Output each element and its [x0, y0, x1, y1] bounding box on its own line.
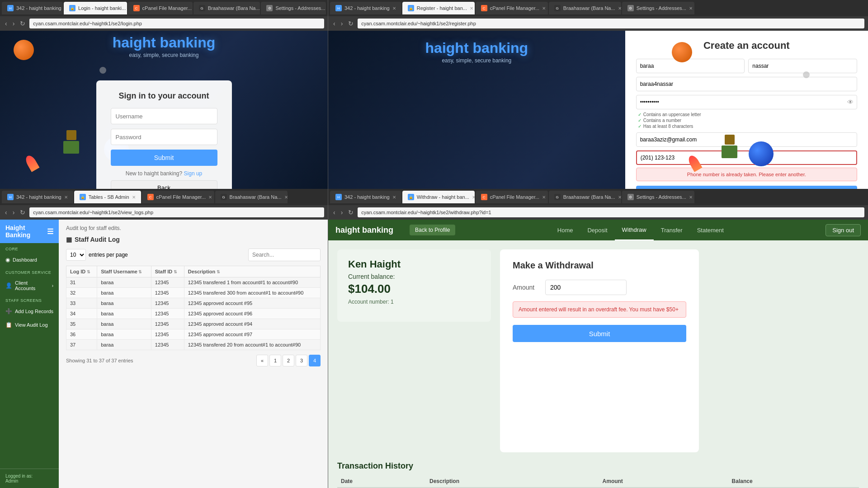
sidebar-item-add-log[interactable]: ➕ Add Log Records [0, 305, 59, 318]
page-prev[interactable]: « [256, 355, 268, 366]
audit-description: Audit log for staff edits. [66, 225, 321, 231]
col-staff-id[interactable]: Staff ID [151, 266, 184, 277]
address-input-bl[interactable]: cyan.csam.montclair.edu/~haightk1/se2/vi… [29, 207, 324, 217]
tab-close-bl1[interactable]: ✕ [64, 195, 68, 200]
refresh-btn-r[interactable]: ↻ [347, 20, 355, 27]
col-log-id[interactable]: Log ID [66, 266, 97, 277]
tab-close-br5[interactable]: ✕ [689, 195, 693, 200]
tab-close-br4[interactable]: ✕ [618, 195, 621, 200]
tab-label-br1: 342 - haight banking [344, 194, 390, 200]
tab-github-r[interactable]: G Braahaswar (Bara Na... ✕ [549, 2, 621, 14]
forward-btn-r[interactable]: › [340, 20, 344, 27]
back-btn-bl[interactable]: ‹ [4, 209, 9, 216]
email-input-reg[interactable] [636, 132, 857, 147]
tab-login[interactable]: 🔒 Login - haight banki... ✕ [64, 2, 127, 14]
page-4[interactable]: 4 [309, 355, 321, 366]
address-input-br[interactable]: cyan.csam.montclair.edu/~haightk1/se2/wi… [358, 207, 864, 217]
sidebar-item-dashboard-label: Dashboard [13, 257, 37, 263]
page-1[interactable]: 1 [269, 355, 281, 366]
back-btn[interactable]: Back [111, 180, 217, 189]
tab-close-r4[interactable]: ✕ [618, 6, 621, 11]
tab-close-r3[interactable]: ✕ [542, 6, 546, 11]
sign-out-btn[interactable]: Sign out [826, 224, 861, 236]
register-submit-btn[interactable]: Submit [636, 186, 857, 189]
tab-cpanel-1[interactable]: C cPanel File Manager... ✕ [128, 2, 193, 14]
nav-deposit[interactable]: Deposit [580, 220, 614, 240]
nav-home[interactable]: Home [550, 220, 580, 240]
tab-favicon-br2: 🔒 [408, 194, 414, 200]
username-input-reg[interactable] [636, 77, 857, 91]
phone-input-reg[interactable] [636, 150, 857, 165]
cell-log-id: 36 [66, 329, 97, 340]
tab-342-haight-r[interactable]: H 342 - haight banking ✕ [330, 2, 401, 14]
col-staff-username[interactable]: Staff Username [97, 266, 151, 277]
back-btn-r[interactable]: ‹ [332, 20, 337, 27]
refresh-btn-1[interactable]: ↻ [19, 20, 27, 27]
forward-btn-1[interactable]: › [11, 20, 16, 27]
password-input-reg[interactable] [636, 95, 857, 109]
tab-cpanel-r2[interactable]: C cPanel File Manager... ✕ [476, 2, 548, 14]
tab-br-github[interactable]: G Braahaswar (Bara Na... ✕ [549, 191, 621, 203]
tab-settings-1[interactable]: ⚙ Settings - Addresses... ✕ [261, 2, 326, 14]
check-length: ✓ [638, 124, 642, 129]
signup-link[interactable]: Sign up [184, 170, 203, 177]
check-uppercase: ✓ [638, 112, 642, 117]
tab-close-br2[interactable]: ✕ [472, 195, 475, 200]
table-search-input[interactable] [248, 249, 321, 261]
tab-close-bl4[interactable]: ✕ [284, 195, 288, 200]
back-to-profile-btn[interactable]: Back to Profile [410, 225, 455, 235]
amount-input[interactable] [545, 280, 627, 295]
register-page: haight banking easy, simple, secure bank… [328, 31, 868, 189]
login-submit-btn[interactable]: Submit [111, 150, 217, 166]
sidebar-hamburger-icon[interactable]: ☰ [47, 227, 53, 236]
refresh-btn-br[interactable]: ↻ [347, 209, 355, 216]
tab-label-r2: Register - haight ban... [417, 5, 467, 11]
tab-settings-r[interactable]: ⚙ Settings - Addresses... ✕ [622, 2, 694, 14]
haight-tagline-left: easy, simple, secure banking [0, 52, 328, 58]
tab-bl-tables[interactable]: 🔒 Tables - SB Admin ✕ [74, 191, 141, 203]
tab-br-1[interactable]: H 342 - haight banking ✕ [330, 191, 401, 203]
first-name-input[interactable] [636, 59, 745, 73]
sidebar-item-view-audit[interactable]: 📋 View Audit Log [0, 318, 59, 332]
amount-row: Amount [513, 280, 686, 295]
forward-btn-br[interactable]: › [340, 209, 344, 216]
tab-bl-github[interactable]: G Braahaswar (Bara Na... ✕ [215, 191, 288, 203]
sidebar-item-dashboard[interactable]: ◉ Dashboard [0, 253, 59, 267]
tab-bl-cpanel[interactable]: C cPanel File Manager... ✕ [142, 191, 214, 203]
back-btn-br[interactable]: ‹ [332, 209, 337, 216]
tab-close-br3[interactable]: ✕ [542, 195, 546, 200]
forward-btn-bl[interactable]: › [11, 209, 16, 216]
tab-close-br1[interactable]: ✕ [392, 195, 396, 200]
back-btn-1[interactable]: ‹ [4, 20, 9, 27]
password-input[interactable] [111, 129, 217, 145]
tab-close-r1[interactable]: ✕ [392, 6, 396, 11]
nav-statement[interactable]: Statement [690, 220, 731, 240]
tab-github-1[interactable]: G Braahaswar (Bara Na... ✕ [193, 2, 260, 14]
refresh-btn-bl[interactable]: ↻ [19, 209, 27, 216]
username-input[interactable] [111, 108, 217, 124]
withdraw-submit-btn[interactable]: Submit [513, 325, 686, 342]
address-input-r[interactable]: cyan.csam.montclair.edu/~haightk1/se2/re… [358, 19, 864, 28]
tab-close-r5[interactable]: ✕ [689, 6, 693, 11]
tab-register[interactable]: 🔒 Register - haight ban... ✕ [402, 2, 475, 14]
tab-br-settings[interactable]: ⚙ Settings - Addresses... ✕ [622, 191, 694, 203]
sidebar-item-client-accounts[interactable]: 👤 Client Accounts › [0, 277, 59, 295]
tab-close-bl3[interactable]: ✕ [208, 195, 212, 200]
entries-per-page-select[interactable]: 10 25 50 [66, 249, 86, 261]
nav-transfer[interactable]: Transfer [654, 220, 690, 240]
tab-br-cpanel[interactable]: C cPanel File Manager... ✕ [476, 191, 548, 203]
last-name-input[interactable] [748, 59, 857, 73]
hint-number-text: Contains a number [643, 118, 682, 123]
nav-withdraw[interactable]: Withdraw [615, 220, 654, 240]
col-description[interactable]: Description [184, 266, 320, 277]
show-password-icon[interactable]: 👁 [847, 99, 854, 106]
tab-342-haight[interactable]: H 342 - haight banking ✕ [2, 2, 63, 14]
tab-close-bl2[interactable]: ✕ [132, 195, 136, 200]
address-input-1[interactable]: cyan.csam.montclair.edu/~haightk1/se2/lo… [29, 19, 324, 28]
tab-br-withdraw[interactable]: 🔒 Withdraw - haight ban... ✕ [402, 191, 475, 203]
tab-close-r2[interactable]: ✕ [470, 6, 473, 11]
page-2[interactable]: 2 [283, 355, 294, 366]
tab-bl-1[interactable]: H 342 - haight banking ✕ [2, 191, 73, 203]
sidebar-item-view-audit-label: View Audit Log [15, 322, 48, 328]
page-3[interactable]: 3 [296, 355, 307, 366]
